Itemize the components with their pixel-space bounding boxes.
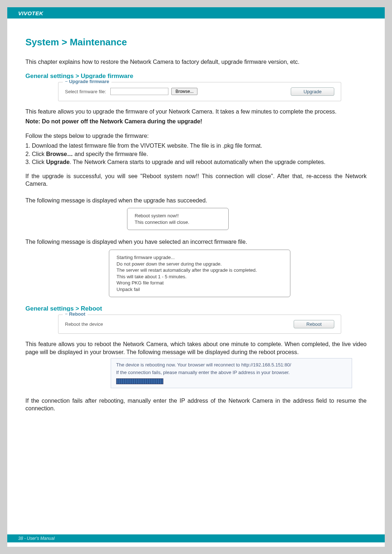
reboot-panel-line1: The device is rebooting now. Your browse… bbox=[116, 361, 347, 369]
reboot-feature-text: This feature allows you to reboot the Ne… bbox=[25, 340, 367, 356]
success-message-box: Reboot system now!! This connection will… bbox=[127, 208, 229, 230]
upgrade-success-text: If the upgrade is successful, you will s… bbox=[25, 172, 367, 188]
upgrade-button[interactable]: Upgrade bbox=[291, 87, 334, 96]
reboot-message-panel: The device is rebooting now. Your browse… bbox=[111, 358, 352, 388]
brand-text: VIVOTEK bbox=[18, 10, 43, 16]
reboot-panel-line2: If the connection fails, please manually… bbox=[116, 369, 347, 376]
select-firmware-label: Select firmware file: bbox=[65, 89, 106, 94]
browse-button[interactable]: Browse... bbox=[171, 88, 197, 95]
page-title: System > Maintenance bbox=[25, 37, 367, 48]
reboot-progress-bar bbox=[116, 378, 163, 384]
step-1: 1. Download the latest firmware file fro… bbox=[25, 142, 367, 150]
follow-steps-text: Follow the steps below to upgrade the fi… bbox=[25, 132, 367, 140]
reboot-fieldset: Reboot Reboot the device Reboot bbox=[58, 315, 341, 334]
reboot-legend: Reboot bbox=[63, 311, 87, 317]
reboot-row-label: Reboot the device bbox=[65, 321, 103, 327]
success-msg-label: The following message is displayed when … bbox=[25, 197, 367, 205]
footer-bar: 38 - User's Manual bbox=[7, 534, 385, 542]
header-brand-bar: VIVOTEK bbox=[7, 7, 385, 19]
upgrade-feature-text: This feature allows you to upgrade the f… bbox=[25, 108, 367, 116]
upgrade-steps: 1. Download the latest firmware file fro… bbox=[25, 142, 367, 166]
fail-message-box: Starting firmware upgrade... Do not powe… bbox=[109, 250, 290, 297]
footer-text: 38 - User's Manual bbox=[18, 536, 54, 541]
upgrade-fieldset: Upgrade firmware Select firmware file: B… bbox=[58, 82, 341, 101]
fail-msg-label: The following message is displayed when … bbox=[25, 238, 367, 246]
reboot-post-text: If the connection fails after rebooting,… bbox=[25, 397, 367, 413]
reboot-button[interactable]: Reboot bbox=[294, 320, 334, 328]
intro-paragraph: This chapter explains how to restore the… bbox=[25, 58, 367, 66]
step-3: 3. Click Upgrade. The Network Camera sta… bbox=[25, 158, 367, 166]
upgrade-note: Note: Do not power off the Network Camer… bbox=[25, 118, 367, 126]
upgrade-legend: Upgrade firmware bbox=[63, 79, 111, 84]
step-2: 2. Click Browse… and specify the firmwar… bbox=[25, 150, 367, 158]
firmware-file-input[interactable] bbox=[110, 88, 168, 95]
